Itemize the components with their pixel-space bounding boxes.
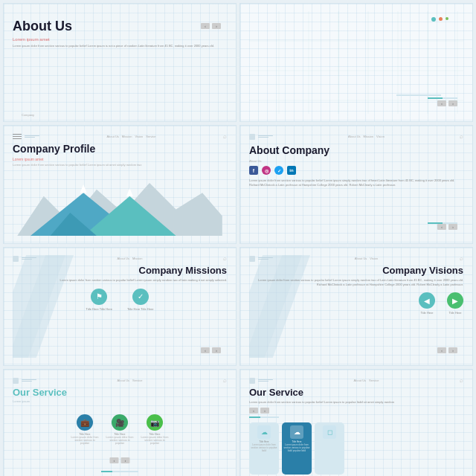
- tab6-vision[interactable]: Vision: [370, 257, 378, 260]
- card2-text: Title HereLorem ipsum dolor from section…: [283, 441, 310, 453]
- slide3-body: Lorem ipsum dolor from section various t…: [13, 163, 227, 167]
- slide6-prev[interactable]: ‹: [437, 347, 446, 353]
- slide7-next[interactable]: ›: [121, 457, 130, 463]
- service-card-1: ☁ Title HereLorem ipsum dolor from secti…: [249, 422, 279, 475]
- vision-icon-1-circle: ◀: [419, 292, 435, 309]
- slide3-title: Company Profile: [13, 143, 227, 155]
- tb-square: [249, 134, 255, 140]
- slide7-subtitle: Lorem ipsum: [13, 399, 227, 403]
- slide8-prev[interactable]: ‹: [249, 408, 258, 414]
- slide3-nav-tabs[interactable]: About Us Mission Vision Service: [106, 135, 155, 138]
- svg-marker-13: [80, 184, 87, 193]
- instagram-icon[interactable]: ◎: [262, 166, 271, 175]
- slide6-tb-square: [249, 256, 255, 262]
- slide6-title: Company Visions: [249, 265, 463, 276]
- menu-line-1: [13, 134, 22, 135]
- service-icon-2-text: Title HereLorem ipsum dolor fromsection …: [106, 433, 134, 445]
- slide6-tb-left: [249, 255, 273, 262]
- slide4-search-icon[interactable]: ⌕: [460, 133, 463, 140]
- card3-icon: ◻: [323, 425, 336, 439]
- slide4-next[interactable]: ›: [448, 224, 457, 230]
- mission-flag-icon: ⚑: [91, 289, 107, 305]
- slide6-nav[interactable]: ‹ ›: [437, 347, 457, 353]
- tab4-vision[interactable]: Vision: [376, 135, 385, 138]
- tab6-about[interactable]: About Us: [355, 257, 367, 260]
- tab7-about[interactable]: About Us: [118, 379, 129, 382]
- slide8-nav[interactable]: ‹ ›: [249, 408, 463, 414]
- tab5-mission[interactable]: Mission: [132, 257, 143, 260]
- slide8-tb-lines: [258, 379, 273, 382]
- slide7-search-icon[interactable]: ⌕: [223, 377, 227, 384]
- linkedin-icon[interactable]: in: [287, 166, 296, 175]
- slide7-nav-tabs[interactable]: About Us Service: [118, 377, 143, 384]
- card2-icon: ☁: [290, 425, 303, 439]
- service-card-2: ☁ Title HereLorem ipsum dolor from secti…: [282, 422, 312, 475]
- slide8-nav-tabs[interactable]: About Us Service: [354, 377, 379, 384]
- slide6-body: Lorem ipsum dolor from section various t…: [249, 278, 463, 286]
- card1-text: Title HereLorem ipsum dolor from section…: [251, 441, 277, 453]
- slide5-search-icon[interactable]: ⌕: [223, 255, 227, 262]
- slide5-line1: [22, 257, 36, 258]
- slide7-prev[interactable]: ‹: [110, 457, 119, 463]
- slide8-tb-left: [249, 377, 273, 384]
- next-arrow[interactable]: ›: [212, 23, 221, 29]
- tab-vision[interactable]: Vision: [135, 135, 143, 138]
- tab4-about[interactable]: About Us: [348, 135, 360, 138]
- slide5-prev[interactable]: ‹: [201, 347, 210, 353]
- slide-our-service-detail: About Us Service ⌕ Our Service Lorem ips…: [239, 369, 473, 476]
- photo-icon: 📷: [147, 414, 163, 431]
- menu-line-3: [13, 138, 22, 139]
- slide1-nav[interactable]: ‹ ›: [201, 23, 221, 29]
- prev-arrow[interactable]: ‹: [201, 23, 210, 29]
- service-icon-photo: 📷 Title HereLorem ipsum dolor fromsectio…: [141, 414, 168, 445]
- slide5-body: Lorem ipsum dolor from section various t…: [13, 278, 227, 283]
- slide7-line2: [22, 381, 32, 382]
- slide7-icons-row: 💼 Title HereLorem ipsum dolor fromsectio…: [13, 414, 227, 445]
- slide5-line2: [22, 259, 32, 260]
- social-icons: f ◎ ✓ in: [249, 166, 463, 175]
- slide4-nav[interactable]: ‹ ›: [437, 224, 457, 230]
- slide-company-visions: About Us Vision ⌕ Company Visions Lorem …: [239, 247, 473, 366]
- slide5-nav[interactable]: ‹ ›: [201, 347, 221, 353]
- slide5-tb-left: [13, 255, 36, 262]
- tab-about[interactable]: About Us: [106, 135, 118, 138]
- slide4-subtitle: About Us: [249, 159, 463, 163]
- tb-line-med: [25, 137, 35, 138]
- tab7-service[interactable]: Service: [132, 379, 142, 382]
- slide-about-company: About Us Mission Vision ⌕ About Company …: [239, 125, 473, 244]
- slide4-tb-left: [249, 133, 273, 140]
- presentation-grid: ‹ › About Us Lorem ipsum amet Lorem ipsu…: [0, 0, 476, 476]
- slide8-search-icon[interactable]: ⌕: [460, 377, 463, 384]
- slide6-nav-tabs[interactable]: About Us Vision: [355, 255, 378, 262]
- slide2-line: [396, 94, 441, 96]
- slide5-next[interactable]: ›: [212, 347, 221, 353]
- slide6-next[interactable]: ›: [448, 347, 457, 353]
- slide7-tb-square: [13, 378, 19, 384]
- slide7-nav[interactable]: ‹ ›: [110, 457, 130, 463]
- mission-icon-1: ⚑ Title Here Title Here: [86, 289, 112, 311]
- slide5-nav-tabs[interactable]: About Us Mission: [117, 255, 142, 262]
- slide4-tb-lines: [258, 135, 273, 138]
- slide8-next[interactable]: ›: [260, 408, 269, 414]
- mission-check-icon: ✓: [132, 289, 149, 305]
- tb-line-1: [258, 135, 273, 136]
- twitter-icon[interactable]: ✓: [274, 166, 283, 175]
- slide7-title: Our Service: [13, 387, 227, 398]
- search-icon[interactable]: ⌕: [223, 133, 227, 140]
- slide3-subtitle: Lorem ipsum amet: [13, 157, 227, 161]
- vision-icon-2-label: Title Here: [448, 311, 461, 315]
- slide4-nav-tabs[interactable]: About Us Mission Vision: [348, 133, 385, 140]
- slide4-prev[interactable]: ‹: [437, 224, 446, 230]
- tab8-service[interactable]: Service: [369, 379, 379, 382]
- tab8-about[interactable]: About Us: [354, 379, 366, 382]
- vision-icon-2-circle: ▶: [447, 292, 463, 309]
- facebook-icon[interactable]: f: [249, 166, 258, 175]
- tab-service[interactable]: Service: [146, 135, 155, 138]
- slide6-line1: [258, 257, 273, 258]
- tab4-mission[interactable]: Mission: [364, 135, 374, 138]
- tab5-about[interactable]: About Us: [117, 257, 129, 260]
- slide-company-profile: About Us Mission Vision Service ⌕ Compan…: [3, 125, 237, 244]
- slide6-search-icon[interactable]: ⌕: [460, 255, 463, 262]
- menu-icon[interactable]: [13, 134, 22, 140]
- tab-mission[interactable]: Mission: [122, 135, 132, 138]
